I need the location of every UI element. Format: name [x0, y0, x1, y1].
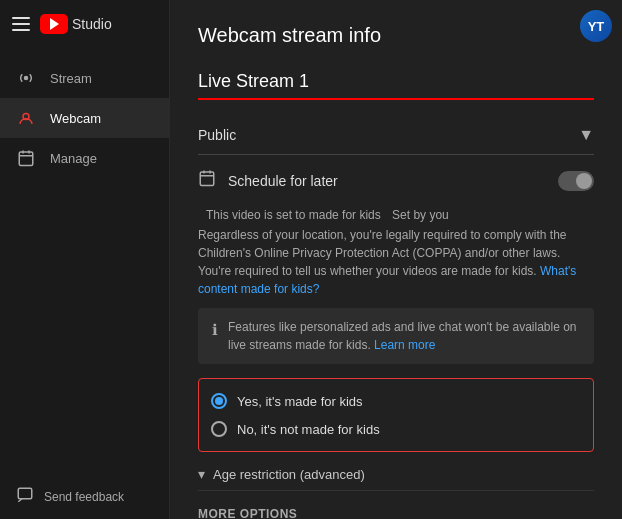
sidebar-item-webcam-label: Webcam	[50, 111, 101, 126]
radio-no-kids[interactable]: No, it's not made for kids	[211, 415, 581, 443]
visibility-dropdown[interactable]: Public ▼	[198, 116, 594, 155]
visibility-label: Public	[198, 127, 236, 143]
sidebar-header: Studio	[0, 0, 169, 48]
radio-yes-circle	[211, 393, 227, 409]
radio-yes-kids[interactable]: Yes, it's made for kids	[211, 387, 581, 415]
sidebar-item-stream-label: Stream	[50, 71, 92, 86]
age-restriction-label: Age restriction (advanced)	[213, 467, 365, 482]
stream-name-input[interactable]	[198, 67, 594, 100]
kids-radio-group: Yes, it's made for kids No, it's not mad…	[198, 378, 594, 452]
yt-logo: Studio	[40, 14, 112, 34]
info-box: ℹ Features like personalized ads and liv…	[198, 308, 594, 364]
chevron-down-icon: ▼	[578, 126, 594, 144]
svg-point-0	[24, 76, 29, 81]
radio-no-label: No, it's not made for kids	[237, 422, 380, 437]
sidebar-nav: Stream Webcam Manage	[0, 58, 169, 474]
toggle-knob	[576, 173, 592, 189]
sidebar: Studio Stream Webcam	[0, 0, 170, 519]
radio-no-circle	[211, 421, 227, 437]
info-box-text: Features like personalized ads and live …	[228, 318, 580, 354]
main-content: YT Webcam stream info Public ▼ Schedule …	[170, 0, 622, 519]
sidebar-item-webcam[interactable]: Webcam	[0, 98, 169, 138]
svg-rect-8	[200, 172, 214, 186]
kids-header: This video is set to made for kids Set b…	[198, 208, 594, 222]
more-options-button[interactable]: MORE OPTIONS	[198, 507, 594, 519]
calendar-icon	[198, 169, 216, 192]
info-learn-more-link[interactable]: Learn more	[374, 338, 435, 352]
schedule-label: Schedule for later	[228, 173, 546, 189]
sidebar-item-manage[interactable]: Manage	[0, 138, 169, 178]
manage-icon	[16, 148, 36, 168]
send-feedback-button[interactable]: Send feedback	[0, 474, 169, 519]
studio-label: Studio	[72, 16, 112, 32]
svg-rect-6	[18, 488, 32, 499]
info-icon: ℹ	[212, 319, 218, 342]
page-title: Webcam stream info	[198, 24, 594, 47]
feedback-icon	[16, 486, 34, 507]
schedule-toggle[interactable]	[558, 171, 594, 191]
radio-yes-label: Yes, it's made for kids	[237, 394, 363, 409]
schedule-row: Schedule for later	[198, 169, 594, 192]
svg-rect-2	[19, 152, 33, 166]
kids-set-by: Set by you	[392, 208, 449, 222]
sidebar-item-stream[interactable]: Stream	[0, 58, 169, 98]
kids-description: Regardless of your location, you're lega…	[198, 226, 594, 298]
kids-desc-text: Regardless of your location, you're lega…	[198, 228, 566, 278]
feedback-label: Send feedback	[44, 490, 124, 504]
chevron-right-icon: ▾	[198, 466, 205, 482]
content-area: Webcam stream info Public ▼ Schedule for…	[170, 0, 622, 519]
hamburger-button[interactable]	[12, 17, 30, 31]
topbar: YT	[580, 10, 612, 42]
youtube-icon	[40, 14, 68, 34]
age-restriction-row[interactable]: ▾ Age restriction (advanced)	[198, 466, 594, 491]
stream-icon	[16, 68, 36, 88]
kids-header-text: This video is set to made for kids	[206, 208, 381, 222]
avatar[interactable]: YT	[580, 10, 612, 42]
webcam-icon	[16, 108, 36, 128]
sidebar-item-manage-label: Manage	[50, 151, 97, 166]
